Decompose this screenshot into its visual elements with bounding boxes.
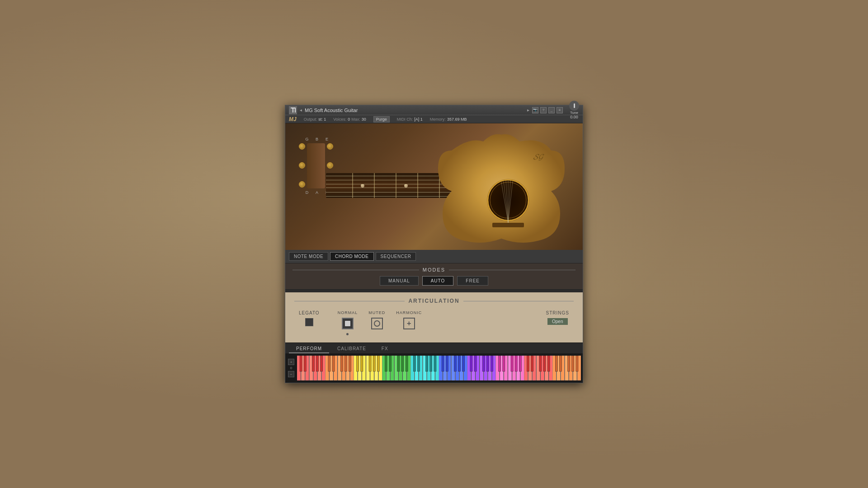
artic-normal: NORMAL [338,310,358,335]
peg-4 [327,143,333,150]
legato-btn[interactable] [305,318,313,326]
fret-2 [374,173,375,198]
strings-dropdown[interactable]: Open [547,318,567,325]
harmonic-btn[interactable]: + [403,318,415,329]
strings-label: STRINGS [546,310,569,315]
svg-rect-118 [543,356,546,371]
info-btn[interactable]: ? [540,107,547,113]
muted-label: MUTED [368,310,385,315]
svg-rect-107 [519,356,521,371]
artic-type-group: NORMAL MUTED HARMONIC [338,310,422,335]
svg-rect-45 [369,356,371,371]
title-logo [289,106,297,114]
legato-label: LEGATO [299,310,320,315]
string-label-e-top: E [324,137,330,141]
tune-knob[interactable] [569,101,579,111]
svg-rect-92 [474,356,476,371]
svg-rect-103 [499,356,501,371]
string-label-a: A [314,190,320,195]
title-controls: 📷 ? _ ≡ [532,107,563,113]
guitar-body-svg: 𝓢𝓖 [429,123,583,250]
strings-group: STRINGS Open [546,310,569,325]
mode-manual-btn[interactable]: MANUAL [380,276,419,286]
svg-rect-23 [321,356,323,371]
output-item: Output: st: 1 [304,117,326,122]
tab-chord-mode[interactable]: CHORD MODE [330,252,373,261]
svg-rect-91 [470,356,472,371]
svg-rect-47 [377,356,379,371]
guitar-area: G B E D [285,123,583,250]
svg-rect-21 [312,356,314,371]
title-arrow-right[interactable]: ▸ [527,108,529,113]
kb-down-btn[interactable]: − [288,371,294,377]
svg-rect-127 [555,356,557,371]
voices-item: Voices: 0 Max: 30 [333,117,366,122]
tune-value: 0.00 [570,115,578,119]
modes-line-left [292,270,419,270]
bottom-tab-fx[interactable]: FX [374,345,396,353]
svg-rect-115 [527,356,529,371]
articulation-controls: LEGATO NORMAL MUTED [294,310,574,335]
tab-note-mode[interactable]: NOTE MODE [289,252,328,261]
svg-rect-43 [357,356,359,371]
minimize-btn[interactable]: _ [548,107,555,113]
muted-btn[interactable] [371,318,383,329]
peg-3 [299,181,305,188]
svg-rect-59 [406,356,408,371]
mode-auto-btn[interactable]: AUTO [422,276,454,286]
modes-title: MODES [423,267,445,272]
svg-rect-56 [389,356,392,371]
svg-rect-94 [486,356,489,371]
brand-logo: MJ [289,116,297,122]
keyboard-section: + 0 − .wk { stroke: #888; stroke-width: … [285,353,583,383]
bottom-tabs: PERFORM CALIBRATE FX [285,343,583,353]
tab-buttons: NOTE MODE CHORD MODE SEQUENCER [285,250,583,263]
fret-4 [417,173,418,198]
svg-rect-70 [430,356,432,371]
modes-header: MODES [292,267,576,272]
artic-muted: MUTED [368,310,385,335]
settings-btn[interactable]: ≡ [557,107,563,113]
harmonic-label: HARMONIC [396,310,422,315]
svg-rect-130 [572,356,574,371]
articulation-header: ARTICULATION [294,298,574,304]
svg-rect-95 [491,356,493,371]
normal-btn[interactable] [342,318,354,329]
bottom-tab-perform[interactable]: PERFORM [289,345,329,353]
svg-rect-69 [426,356,428,371]
info-bar: MJ Output: st: 1 Voices: 0 Max: 30 Purge… [285,115,583,123]
fret-1 [352,173,353,198]
piano-svg[interactable]: .wk { stroke: #888; stroke-width: 0.5; }… [297,356,581,380]
tab-sequencer[interactable]: SEQUENCER [376,252,416,261]
purge-btn[interactable]: Purge [373,116,390,122]
svg-rect-81 [454,356,456,371]
svg-rect-71 [434,356,436,371]
string-labels-top: G B E [304,137,349,141]
articulation-title: ARTICULATION [408,298,459,304]
svg-rect-44 [361,356,363,371]
instrument-window: ◂ MG Soft Acoustic Guitar ▸ 📷 ? _ ≡ Tune… [285,105,583,383]
camera-btn[interactable]: 📷 [532,107,538,113]
string-label-b: B [314,137,320,141]
svg-rect-34 [344,356,347,371]
mode-free-btn[interactable]: FREE [457,276,488,286]
svg-rect-31 [328,356,330,371]
svg-rect-117 [539,356,542,371]
peg-2 [299,162,305,169]
kb-up-btn[interactable]: + [288,359,294,365]
svg-rect-128 [559,356,561,371]
svg-rect-83 [462,356,465,371]
svg-rect-119 [547,356,550,371]
artic-harmonic: HARMONIC + [396,310,422,335]
title-arrow-left[interactable]: ◂ [300,108,302,113]
fret-dot-2 [404,184,408,188]
memory-item: Memory: 357.69 MB [430,117,467,122]
svg-rect-82 [458,356,461,371]
svg-rect-32 [332,356,335,371]
piano-keyboard[interactable]: .wk { stroke: #888; stroke-width: 0.5; }… [297,356,581,380]
svg-rect-106 [515,356,517,371]
keyboard-controls: + 0 − [287,359,295,377]
bottom-tab-calibrate[interactable]: CALIBRATE [330,345,373,353]
midi-item: MIDI Ch: [A] 1 [397,117,423,122]
artic-line-left [294,301,405,301]
